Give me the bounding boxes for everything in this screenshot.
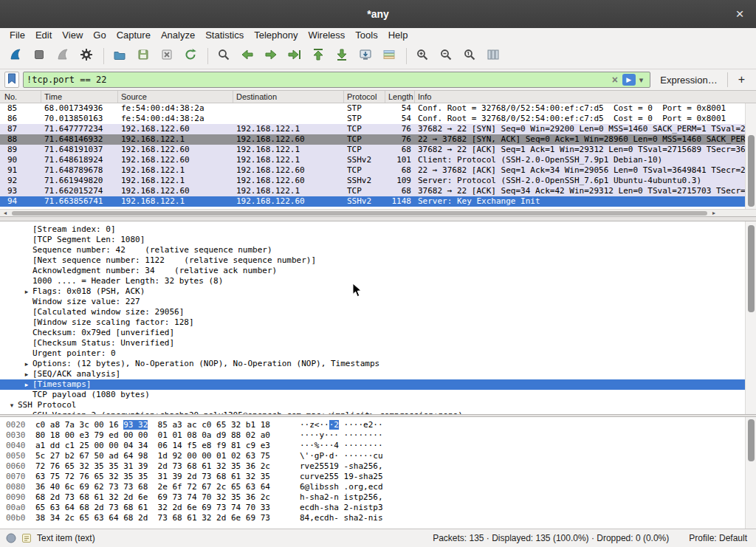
- detail-row[interactable]: [Window size scaling factor: 128]: [0, 317, 756, 328]
- clear-filter-icon[interactable]: ×: [608, 74, 622, 86]
- detail-row[interactable]: Options: (12 bytes), No-Operation (NOP),…: [0, 359, 756, 369]
- vscrollbar-thumb[interactable]: [748, 419, 755, 461]
- add-filter-button[interactable]: +: [732, 73, 752, 86]
- go-first-button[interactable]: [307, 46, 329, 66]
- menu-telephony[interactable]: Telephony: [249, 28, 303, 43]
- capture-comment-icon[interactable]: [21, 533, 32, 543]
- go-to-packet-button[interactable]: [284, 46, 306, 66]
- detail-row[interactable]: Window size value: 227: [0, 297, 756, 307]
- go-forward-button[interactable]: [260, 46, 282, 66]
- status-profile[interactable]: Profile: Default: [689, 533, 750, 543]
- menu-statistics[interactable]: Statistics: [200, 28, 249, 43]
- find-packet-button[interactable]: [213, 46, 235, 66]
- menu-wireless[interactable]: Wireless: [303, 28, 350, 43]
- packet-row[interactable]: 8971.648191037192.168.122.60192.168.122.…: [0, 145, 756, 155]
- menu-help[interactable]: Help: [383, 28, 413, 43]
- vscrollbar-thumb[interactable]: [748, 225, 755, 312]
- detail-row[interactable]: Flags: 0x018 (PSH, ACK): [0, 286, 756, 297]
- hscrollbar-thumb[interactable]: [12, 211, 707, 216]
- expert-info-icon[interactable]: [6, 533, 16, 543]
- column-header-protocol[interactable]: Protocol: [344, 91, 385, 103]
- menu-file[interactable]: File: [4, 28, 30, 43]
- open-file-button[interactable]: [109, 46, 131, 66]
- expander-collapsed-icon[interactable]: [21, 369, 32, 379]
- expander-expanded-icon[interactable]: [6, 400, 18, 410]
- detail-row[interactable]: [Next sequence number: 1122 (relative se…: [0, 255, 756, 266]
- menu-analyze[interactable]: Analyze: [156, 28, 200, 43]
- expander-collapsed-icon[interactable]: [21, 379, 32, 390]
- menu-edit[interactable]: Edit: [30, 28, 57, 43]
- packet-row[interactable]: 9371.662015274192.168.122.60192.168.122.…: [0, 186, 756, 196]
- expander-collapsed-icon[interactable]: [21, 359, 32, 369]
- detail-row[interactable]: [TCP Segment Len: 1080]: [0, 235, 756, 245]
- details-vscrollbar[interactable]: [745, 221, 756, 414]
- hex-line[interactable]: 007063 75 72 76 65 32 35 35 31 39 2d 73 …: [6, 472, 756, 482]
- detail-row[interactable]: [Stream index: 0]: [0, 224, 756, 235]
- column-header-no[interactable]: No.: [0, 91, 41, 103]
- hex-line[interactable]: 00b038 34 2c 65 63 64 68 2d 73 68 61 32 …: [6, 513, 756, 523]
- detail-row-selected[interactable]: [Timestamps]: [0, 379, 756, 390]
- detail-row[interactable]: [Checksum Status: Unverified]: [0, 338, 756, 348]
- menu-tools[interactable]: Tools: [350, 28, 382, 43]
- save-file-button[interactable]: [132, 46, 154, 66]
- packet-row[interactable]: 9271.661949820192.168.122.1192.168.122.6…: [0, 176, 756, 186]
- filter-bookmark-button[interactable]: [4, 72, 19, 88]
- resize-columns-button[interactable]: [482, 46, 504, 66]
- zoom-in-button[interactable]: [411, 46, 433, 66]
- packet-row[interactable]: 8670.013850163fe:54:00:d4:38:2aSTP54Conf…: [0, 114, 756, 124]
- close-window-button[interactable]: ×: [731, 5, 749, 23]
- apply-filter-icon[interactable]: ▶: [622, 74, 636, 86]
- auto-scroll-button[interactable]: [354, 46, 377, 66]
- detail-row[interactable]: TCP payload (1080 bytes): [0, 390, 756, 400]
- reload-button[interactable]: [179, 46, 202, 66]
- column-header-destination[interactable]: Destination: [233, 91, 344, 103]
- hex-line[interactable]: 00505c 27 b2 67 50 ad 64 98 1d 92 00 00 …: [6, 451, 756, 461]
- column-header-length[interactable]: Length: [385, 91, 415, 103]
- column-header-info[interactable]: Info: [415, 91, 756, 103]
- stop-capture-button[interactable]: [28, 46, 50, 66]
- hex-line[interactable]: 0020c0 a8 7a 3c 00 16 93 32 85 a3 ac c0 …: [6, 420, 756, 430]
- detail-row[interactable]: 1000 .... = Header Length: 32 bytes (8): [0, 276, 756, 286]
- hex-line[interactable]: 003080 18 00 e3 79 ed 00 00 01 01 08 0a …: [6, 430, 756, 441]
- expander-collapsed-icon[interactable]: [21, 286, 32, 297]
- titlebar[interactable]: *any ×: [0, 0, 756, 28]
- detail-row[interactable]: Sequence number: 42 (relative sequence n…: [0, 245, 756, 255]
- column-header-source[interactable]: Source: [118, 91, 233, 103]
- packet-row-selected[interactable]: 9471.663856741192.168.122.1192.168.122.6…: [0, 196, 756, 207]
- packet-row[interactable]: 8871.648146932192.168.122.1192.168.122.6…: [0, 134, 756, 145]
- packet-row[interactable]: 8771.647777234192.168.122.60192.168.122.…: [0, 124, 756, 134]
- detail-row[interactable]: [SEQ/ACK analysis]: [0, 369, 756, 379]
- display-filter-input[interactable]: !tcp.port == 22 × ▶ ▾: [23, 72, 650, 88]
- close-file-button[interactable]: [156, 46, 178, 66]
- detail-row[interactable]: Acknowledgment number: 34 (relative ack …: [0, 266, 756, 276]
- hscrollbar-track[interactable]: [10, 210, 709, 216]
- column-header-time[interactable]: Time: [41, 91, 118, 103]
- hex-line[interactable]: 009068 2d 73 68 61 32 2d 6e 69 73 74 70 …: [6, 492, 756, 503]
- scroll-left-icon[interactable]: ◂: [0, 210, 10, 216]
- menu-go[interactable]: Go: [88, 28, 111, 43]
- detail-row[interactable]: [Calculated window size: 29056]: [0, 307, 756, 317]
- menu-view[interactable]: View: [57, 28, 88, 43]
- packet-row[interactable]: 9171.648789678192.168.122.1192.168.122.6…: [0, 165, 756, 176]
- packet-list-vscrollbar[interactable]: [745, 103, 756, 209]
- zoom-out-button[interactable]: [435, 46, 457, 66]
- scroll-right-icon[interactable]: ▸: [709, 210, 719, 216]
- detail-row[interactable]: Urgent pointer: 0: [0, 348, 756, 359]
- packet-row[interactable]: 8568.001734936fe:54:00:d4:38:2aSTP54Conf…: [0, 103, 756, 114]
- go-last-button[interactable]: [331, 46, 353, 66]
- packet-row[interactable]: 9071.648618924192.168.122.60192.168.122.…: [0, 155, 756, 165]
- expression-button[interactable]: Expression…: [654, 75, 723, 86]
- bytes-vscrollbar[interactable]: [745, 417, 756, 529]
- hex-line[interactable]: 006072 76 65 32 35 35 31 39 2d 73 68 61 …: [6, 461, 756, 472]
- detail-row[interactable]: SSH Protocol: [0, 400, 756, 410]
- restart-capture-button[interactable]: [52, 46, 74, 66]
- hex-line[interactable]: 008036 40 6c 69 62 73 73 68 2e 6f 72 67 …: [6, 482, 756, 492]
- menu-capture[interactable]: Capture: [111, 28, 156, 43]
- go-back-button[interactable]: [236, 46, 258, 66]
- start-capture-button[interactable]: [4, 46, 27, 66]
- packet-list-hscrollbar[interactable]: ◂ ▸: [0, 209, 756, 216]
- filter-dropdown-icon[interactable]: ▾: [636, 75, 647, 85]
- capture-options-button[interactable]: [75, 46, 97, 66]
- hex-line[interactable]: 00a065 63 64 68 2d 73 68 61 32 2d 6e 69 …: [6, 503, 756, 513]
- detail-row[interactable]: SSH Version 2 (encryption:chacha20-poly1…: [0, 410, 756, 414]
